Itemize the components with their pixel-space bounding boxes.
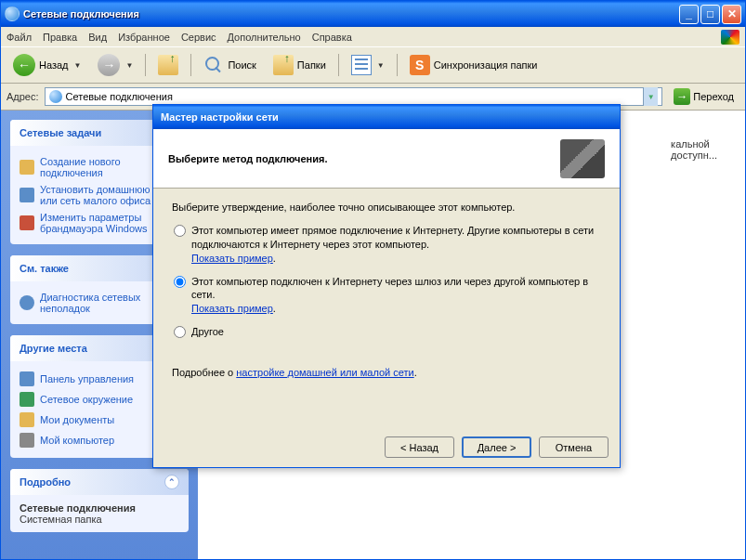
menu-help[interactable]: Справка — [312, 32, 352, 43]
menu-edit[interactable]: Правка — [43, 32, 77, 43]
sync-label: Синхронизация папки — [434, 59, 538, 71]
toolbar: ← Назад ▼ → ▼ Поиск Папки ▼ S Синхрониза… — [1, 47, 745, 84]
radio-other[interactable] — [174, 326, 186, 338]
radio-option-gateway[interactable]: Этот компьютер подключен к Интернету чер… — [174, 275, 601, 317]
connection-label-2: доступн... — [671, 150, 717, 161]
search-icon — [203, 55, 224, 75]
firewall-icon — [20, 215, 34, 230]
radio-direct-label: Этот компьютер имеет прямое подключение … — [191, 225, 594, 250]
separator — [338, 54, 339, 76]
example-link-2[interactable]: Показать пример — [191, 303, 273, 314]
menubar: Файл Правка Вид Избранное Сервис Дополни… — [1, 27, 745, 47]
location-icon — [49, 90, 62, 103]
panel-title: См. также — [20, 263, 69, 274]
minimize-button[interactable]: _ — [679, 5, 699, 24]
dialog-instruction: Выберите утверждение, наиболее точно опи… — [172, 202, 601, 213]
dialog-body: Выберите утверждение, наиболее точно опи… — [153, 189, 620, 427]
connection-icon — [20, 160, 34, 175]
network-places-icon — [20, 392, 34, 407]
menu-file[interactable]: Файл — [7, 32, 32, 43]
go-arrow-icon: → — [674, 88, 690, 105]
radio-other-label: Другое — [191, 326, 224, 337]
control-panel-icon — [20, 371, 34, 386]
folders-icon — [273, 55, 294, 75]
address-input[interactable]: Сетевые подключения ▼ — [45, 87, 663, 106]
window-title: Сетевые подключения — [23, 8, 679, 20]
chevron-down-icon: ▼ — [74, 61, 82, 70]
menu-tools[interactable]: Сервис — [181, 32, 216, 43]
search-label: Поиск — [228, 59, 255, 71]
back-arrow-icon: ← — [13, 54, 35, 76]
views-button[interactable]: ▼ — [345, 52, 391, 78]
connection-radio-group: Этот компьютер имеет прямое подключение … — [172, 224, 601, 339]
network-wizard-icon — [560, 139, 605, 178]
windows-logo-icon — [721, 30, 739, 45]
dialog-title: Мастер настройки сети — [161, 111, 279, 123]
chevron-icon: ⌃ — [164, 475, 179, 489]
network-wizard-dialog: Мастер настройки сети Выберите метод под… — [152, 104, 621, 468]
separator — [145, 54, 146, 76]
up-button[interactable] — [151, 52, 185, 78]
documents-icon — [20, 412, 34, 427]
radio-option-direct[interactable]: Этот компьютер имеет прямое подключение … — [174, 224, 601, 266]
sync-icon: S — [410, 55, 430, 75]
folders-button[interactable]: Папки — [267, 52, 333, 78]
views-icon — [351, 55, 372, 75]
network-icon — [20, 188, 34, 202]
maximize-button[interactable]: □ — [700, 5, 720, 24]
panel-title: Сетевые задачи — [20, 127, 101, 138]
forward-arrow-icon: → — [98, 54, 120, 76]
folder-up-icon — [158, 55, 178, 75]
back-button[interactable]: < Назад — [385, 436, 454, 458]
sync-button[interactable]: S Синхронизация папки — [403, 52, 544, 78]
panel-title: Другие места — [20, 343, 87, 354]
close-button[interactable]: ✕ — [722, 5, 741, 24]
titlebar[interactable]: Сетевые подключения _ □ ✕ — [1, 1, 745, 27]
radio-gateway[interactable] — [174, 276, 186, 288]
details-name: Сетевые подключения — [20, 502, 179, 514]
panel-header-details[interactable]: Подробно ⌃ — [10, 469, 189, 495]
chevron-down-icon: ▼ — [125, 61, 133, 70]
back-button[interactable]: ← Назад ▼ — [7, 51, 87, 79]
menu-view[interactable]: Вид — [88, 32, 107, 43]
dialog-info: Подробнее о настройке домашней или малой… — [172, 367, 601, 378]
next-button[interactable]: Далее > — [462, 436, 531, 458]
example-link-1[interactable]: Показать пример — [191, 253, 273, 264]
dialog-heading: Выберите метод подключения. — [168, 153, 327, 164]
app-icon — [5, 7, 20, 21]
radio-gateway-label: Этот компьютер подключен к Интернету чер… — [191, 276, 588, 301]
dialog-footer: < Назад Далее > Отмена — [153, 427, 620, 467]
info-icon — [20, 295, 34, 310]
address-dropdown[interactable]: ▼ — [643, 87, 658, 106]
search-button[interactable]: Поиск — [197, 52, 262, 78]
separator — [190, 54, 191, 76]
back-label: Назад — [39, 59, 69, 71]
folders-label: Папки — [297, 59, 326, 71]
panel-details: Подробно ⌃ Сетевые подключения Системная… — [10, 469, 189, 532]
go-button[interactable]: → Переход — [668, 86, 739, 107]
dialog-header: Выберите метод подключения. — [153, 129, 620, 189]
info-link[interactable]: настройке домашней или малой сети — [236, 367, 413, 378]
separator — [397, 54, 398, 76]
panel-title: Подробно — [20, 476, 71, 488]
connection-label-1: кальной — [671, 138, 717, 150]
menu-advanced[interactable]: Дополнительно — [228, 32, 301, 43]
radio-direct[interactable] — [174, 225, 186, 237]
details-type: Системная папка — [20, 514, 179, 525]
computer-icon — [20, 433, 34, 448]
forward-button[interactable]: → ▼ — [91, 51, 139, 79]
menu-favorites[interactable]: Избранное — [118, 32, 170, 43]
go-label: Переход — [693, 91, 734, 102]
address-value: Сетевые подключения — [66, 91, 173, 102]
dialog-titlebar[interactable]: Мастер настройки сети — [153, 105, 620, 129]
connection-item[interactable]: кальной доступн... — [671, 138, 717, 161]
chevron-down-icon: ▼ — [377, 61, 385, 70]
address-label: Адрес: — [7, 91, 39, 102]
radio-option-other[interactable]: Другое — [174, 325, 601, 339]
cancel-button[interactable]: Отмена — [539, 436, 609, 458]
